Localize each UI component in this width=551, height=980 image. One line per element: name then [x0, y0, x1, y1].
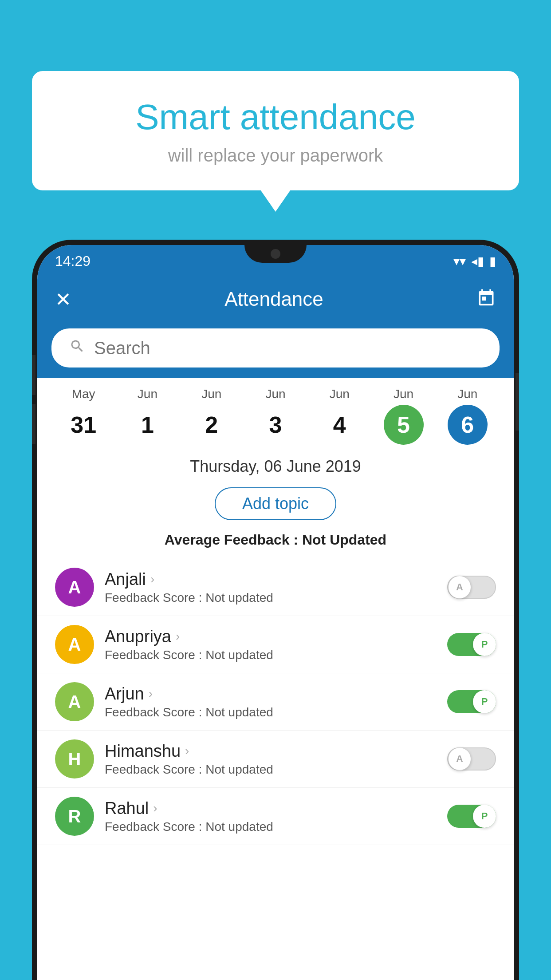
attendance-toggle[interactable]: P — [447, 805, 496, 828]
calendar-day[interactable]: Jun3 — [256, 387, 295, 445]
status-icons: ▾▾ ◂▮ ▮ — [453, 254, 496, 269]
bubble-title: Smart attendance — [53, 98, 498, 137]
student-info: Himanshu›Feedback Score : Not updated — [105, 742, 437, 777]
avg-feedback: Average Feedback : Not Updated — [37, 528, 514, 559]
date-heading: Thursday, 06 June 2019 — [37, 445, 514, 483]
student-score: Feedback Score : Not updated — [105, 763, 437, 777]
header-title: Attendance — [224, 288, 323, 310]
student-avatar: H — [55, 739, 94, 778]
score-label: Feedback Score : — [105, 705, 205, 719]
calendar-date-number: 4 — [319, 405, 359, 445]
calendar-month-label: Jun — [201, 387, 221, 401]
student-name: Arjun› — [105, 684, 437, 703]
battery-icon: ▮ — [489, 254, 496, 269]
toggle-knob: A — [448, 576, 471, 599]
student-item[interactable]: RRahul›Feedback Score : Not updatedP — [37, 788, 514, 845]
score-label: Feedback Score : — [105, 763, 205, 776]
calendar-month-label: Jun — [138, 387, 157, 401]
calendar-icon[interactable] — [476, 288, 496, 311]
student-info: Anupriya›Feedback Score : Not updated — [105, 627, 437, 662]
score-value: Not updated — [205, 591, 273, 605]
attendance-toggle[interactable]: A — [447, 747, 496, 771]
calendar-strip: May31Jun1Jun2Jun3Jun4Jun5Jun6 — [37, 378, 514, 445]
attendance-toggle[interactable]: A — [447, 576, 496, 599]
calendar-date-number: 3 — [256, 405, 295, 445]
volume-down-button — [32, 404, 35, 444]
chevron-right-icon: › — [153, 801, 157, 815]
student-score: Feedback Score : Not updated — [105, 591, 437, 605]
calendar-month-label: May — [72, 387, 95, 401]
student-info: Anjali›Feedback Score : Not updated — [105, 570, 437, 605]
student-name-text: Anjali — [105, 570, 146, 589]
student-name-text: Arjun — [105, 684, 144, 703]
avg-feedback-label: Average Feedback : — [165, 532, 302, 548]
calendar-date-number: 31 — [63, 405, 103, 445]
student-score: Feedback Score : Not updated — [105, 648, 437, 662]
calendar-date-number: 2 — [192, 405, 232, 445]
toggle-knob: A — [448, 747, 471, 771]
student-name: Rahul› — [105, 799, 437, 818]
chevron-right-icon: › — [176, 629, 180, 644]
student-item[interactable]: AArjun›Feedback Score : Not updatedP — [37, 673, 514, 731]
calendar-month-label: Jun — [394, 387, 413, 401]
calendar-day[interactable]: May31 — [63, 387, 103, 445]
toggle-knob: P — [473, 805, 496, 828]
signal-icon: ◂▮ — [471, 254, 484, 269]
student-avatar: A — [55, 568, 94, 607]
score-label: Feedback Score : — [105, 820, 205, 834]
student-avatar: A — [55, 682, 94, 721]
student-name-text: Himanshu — [105, 742, 181, 761]
student-score: Feedback Score : Not updated — [105, 820, 437, 834]
student-avatar: R — [55, 797, 94, 836]
attendance-toggle[interactable]: P — [447, 633, 496, 656]
student-item[interactable]: HHimanshu›Feedback Score : Not updatedA — [37, 731, 514, 788]
student-name-text: Rahul — [105, 799, 149, 818]
calendar-day[interactable]: Jun4 — [319, 387, 359, 445]
calendar-day[interactable]: Jun6 — [448, 387, 488, 445]
toggle-knob: P — [473, 690, 496, 713]
app-header: ✕ Attendance — [37, 277, 514, 321]
calendar-date-number: 1 — [127, 405, 167, 445]
student-item[interactable]: AAnjali›Feedback Score : Not updatedA — [37, 559, 514, 616]
student-info: Arjun›Feedback Score : Not updated — [105, 684, 437, 719]
calendar-day[interactable]: Jun2 — [192, 387, 232, 445]
search-container — [37, 321, 514, 378]
score-label: Feedback Score : — [105, 591, 205, 605]
score-label: Feedback Score : — [105, 648, 205, 662]
score-value: Not updated — [205, 705, 273, 719]
student-list: AAnjali›Feedback Score : Not updatedAAAn… — [37, 559, 514, 845]
notch — [244, 245, 307, 263]
phone-frame: 14:29 ▾▾ ◂▮ ▮ ✕ Attendance — [32, 240, 519, 980]
power-button — [516, 373, 519, 431]
search-bar[interactable] — [51, 328, 500, 368]
speech-bubble: Smart attendance will replace your paper… — [32, 71, 519, 190]
student-name-text: Anupriya — [105, 627, 171, 646]
calendar-month-label: Jun — [265, 387, 285, 401]
avg-feedback-value: Not Updated — [302, 532, 386, 548]
search-input[interactable] — [94, 338, 482, 358]
score-value: Not updated — [205, 820, 273, 834]
calendar-month-label: Jun — [330, 387, 350, 401]
calendar-date-number: 6 — [448, 405, 488, 445]
score-value: Not updated — [205, 648, 273, 662]
close-button[interactable]: ✕ — [55, 288, 71, 311]
score-value: Not updated — [205, 763, 273, 776]
chevron-right-icon: › — [185, 744, 189, 758]
calendar-day[interactable]: Jun1 — [127, 387, 167, 445]
student-name: Anjali› — [105, 570, 437, 589]
status-bar: 14:29 ▾▾ ◂▮ ▮ — [37, 245, 514, 277]
add-topic-container: Add topic — [37, 483, 514, 528]
chevron-right-icon: › — [149, 687, 153, 701]
status-time: 14:29 — [55, 253, 91, 269]
student-score: Feedback Score : Not updated — [105, 705, 437, 719]
attendance-toggle[interactable]: P — [447, 690, 496, 713]
student-item[interactable]: AAnupriya›Feedback Score : Not updatedP — [37, 616, 514, 673]
calendar-day[interactable]: Jun5 — [384, 387, 424, 445]
volume-up-button — [32, 355, 35, 395]
student-info: Rahul›Feedback Score : Not updated — [105, 799, 437, 834]
add-topic-button[interactable]: Add topic — [215, 487, 336, 520]
phone-screen: 14:29 ▾▾ ◂▮ ▮ ✕ Attendance — [37, 245, 514, 980]
wifi-icon: ▾▾ — [453, 254, 466, 269]
bubble-subtitle: will replace your paperwork — [53, 146, 498, 166]
student-name: Himanshu› — [105, 742, 437, 761]
